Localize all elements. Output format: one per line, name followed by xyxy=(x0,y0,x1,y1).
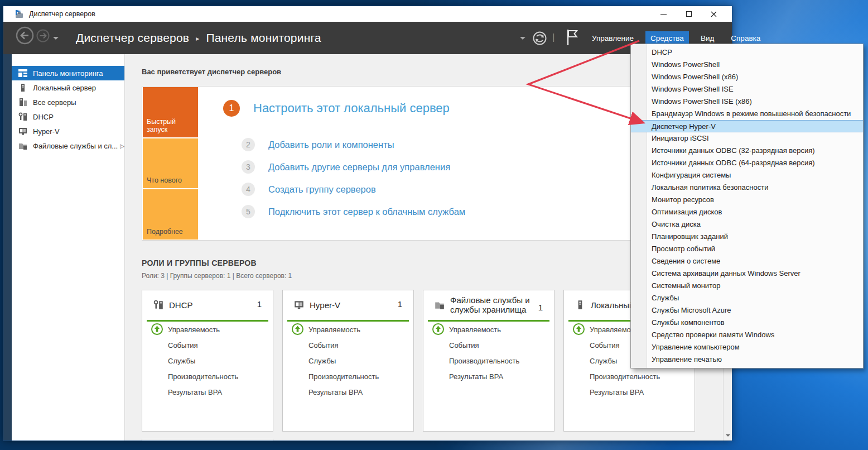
maximize-button[interactable] xyxy=(676,6,701,22)
local-server-icon xyxy=(17,83,28,93)
tools-item-hyperv-manager[interactable]: Диспетчер Hyper-V xyxy=(631,120,863,132)
tools-item-component-services[interactable]: Службы компонентов xyxy=(631,317,863,329)
tools-item-iscsi[interactable]: Инициатор iSCSI xyxy=(631,132,863,145)
card-row-events[interactable]: События xyxy=(449,339,479,351)
manageability-up-icon[interactable] xyxy=(432,323,445,336)
tools-item-powershell-ise-x86[interactable]: Windows PowerShell ISE (x86) xyxy=(631,95,863,108)
card-server-count: 1 xyxy=(398,299,402,309)
tools-item-print-management[interactable]: Управление печатью xyxy=(631,353,863,366)
breadcrumb-root[interactable]: Диспетчер серверов xyxy=(76,31,189,45)
card-row-performance[interactable]: Производительность xyxy=(168,371,238,382)
card-row-bpa[interactable]: Результаты BPA xyxy=(308,386,363,398)
tools-item-powershell-ise[interactable]: Windows PowerShell ISE xyxy=(631,83,863,95)
card-row-bpa[interactable]: Результаты BPA xyxy=(590,386,644,398)
tools-item-resource-monitor[interactable]: Монитор ресурсов xyxy=(631,194,863,206)
card-header[interactable]: Файловые службы и службы хранилища 1 xyxy=(423,290,554,319)
sidebar-item-local-server[interactable]: Локальный сервер xyxy=(12,80,124,95)
tab-learn-more[interactable]: Подробнее xyxy=(143,189,198,240)
welcome-heading: Вас приветствует диспетчер серверов xyxy=(142,68,281,76)
card-row-events[interactable]: События xyxy=(168,339,198,351)
tools-item-dhcp[interactable]: DHCP xyxy=(631,46,863,59)
tools-item-defrag[interactable]: Оптимизация дисков xyxy=(631,206,863,218)
tools-item-memory-diagnostic[interactable]: Средство проверки памяти Windows xyxy=(631,329,863,341)
tools-item-msconfig[interactable]: Конфигурация системы xyxy=(631,169,863,181)
step-create-group[interactable]: 4 Создать группу серверов xyxy=(242,183,376,196)
server-manager-window: Диспетчер серверов xyxy=(3,6,732,441)
card-row-performance[interactable]: Производительность xyxy=(449,355,519,366)
card-row-bpa[interactable]: Результаты BPA xyxy=(449,371,503,382)
sidebar-item-label: Hyper-V xyxy=(33,127,60,136)
step-add-roles[interactable]: 2 Добавить роли и компоненты xyxy=(242,138,394,151)
tools-item-services[interactable]: Службы xyxy=(631,292,863,304)
close-button[interactable] xyxy=(701,6,726,22)
card-header[interactable]: DHCP 1 xyxy=(142,290,273,319)
tools-item-perf-monitor[interactable]: Системный монитор xyxy=(631,280,863,292)
tools-item-odbc32[interactable]: Источники данных ODBC (32-разрядная верс… xyxy=(631,145,863,157)
tools-item-powershell-x86[interactable]: Windows PowerShell (x86) xyxy=(631,71,863,83)
breadcrumb: Диспетчер серверов ▸ Панель мониторинга xyxy=(76,22,321,54)
card-row-events[interactable]: События xyxy=(590,339,620,351)
refresh-button[interactable] xyxy=(532,31,547,46)
card-row-manageability[interactable]: Управляемость xyxy=(308,324,360,335)
card-row-manageability[interactable]: Управляемость xyxy=(449,324,501,335)
tools-item-local-security-policy[interactable]: Локальная политика безопасности xyxy=(631,181,863,194)
manageability-up-icon[interactable] xyxy=(572,323,585,336)
history-dropdown-icon[interactable] xyxy=(53,37,59,40)
hyperv-icon xyxy=(293,299,305,310)
step-add-servers[interactable]: 3 Добавить другие серверы для управления xyxy=(242,160,450,174)
card-row-events[interactable]: События xyxy=(308,339,339,351)
manageability-up-icon[interactable] xyxy=(151,323,163,336)
minimize-button[interactable] xyxy=(651,6,676,22)
tools-item-computer-management[interactable]: Управление компьютером xyxy=(631,341,863,353)
tab-whats-new[interactable]: Что нового xyxy=(143,138,198,189)
dhcp-icon xyxy=(152,299,165,310)
file-services-icon xyxy=(433,299,446,310)
card-row-performance[interactable]: Производительность xyxy=(590,371,660,382)
card-header[interactable]: Hyper-V 1 xyxy=(283,290,413,319)
tools-item-firewall[interactable]: Брандмауэр Windows в режиме повышенной б… xyxy=(631,108,863,120)
sidebar-item-hyperv[interactable]: Hyper-V xyxy=(12,124,124,138)
step-connect-cloud[interactable]: 5 Подключить этот сервер к облачным служ… xyxy=(242,205,465,218)
sidebar-item-dhcp[interactable]: DHCP xyxy=(12,109,124,124)
sidebar-item-label: Локальный сервер xyxy=(33,84,96,92)
step-number: 5 xyxy=(242,205,255,218)
card-row-performance[interactable]: Производительность xyxy=(308,371,379,382)
role-card-partial[interactable] xyxy=(142,439,273,441)
tools-item-system-info[interactable]: Сведения о системе xyxy=(631,255,863,267)
card-row-manageability[interactable]: Управляемость xyxy=(168,324,220,335)
sidebar-item-dashboard[interactable]: Панель мониторинга xyxy=(12,66,124,80)
tools-item-azure-services[interactable]: Службы Microsoft Azure xyxy=(631,304,863,317)
titlebar: Диспетчер серверов xyxy=(3,6,732,22)
forward-button[interactable] xyxy=(36,29,50,42)
manageability-up-icon[interactable] xyxy=(291,323,304,336)
back-button[interactable] xyxy=(16,26,34,45)
card-title: Hyper-V xyxy=(310,300,340,310)
card-server-count: 1 xyxy=(257,299,262,309)
step-label: Создать группу серверов xyxy=(268,184,376,195)
tab-label: Быстрый запуск xyxy=(147,118,198,133)
card-row-services[interactable]: Службы xyxy=(168,355,195,366)
tools-item-powershell[interactable]: Windows PowerShell xyxy=(631,59,863,71)
menu-help[interactable]: Справка xyxy=(726,31,765,45)
card-row-services[interactable]: Службы xyxy=(590,355,617,366)
tab-quick-start[interactable]: Быстрый запуск xyxy=(143,87,198,137)
tools-item-odbc64[interactable]: Источники данных ODBC (64-разрядная верс… xyxy=(631,157,863,169)
sidebar-item-all-servers[interactable]: Все серверы xyxy=(12,95,124,109)
tools-item-disk-cleanup[interactable]: Очистка диска xyxy=(631,218,863,231)
expander-icon[interactable]: ▷ xyxy=(120,143,124,149)
card-row-bpa[interactable]: Результаты BPA xyxy=(168,386,222,398)
sidebar-item-label: Все серверы xyxy=(33,98,76,107)
menu-tools[interactable]: Средства xyxy=(645,31,689,45)
tools-item-event-viewer[interactable]: Просмотр событий xyxy=(631,243,863,255)
menu-manage[interactable]: Управление xyxy=(587,31,639,45)
notifications-flag-icon[interactable] xyxy=(565,28,580,46)
tools-item-backup[interactable]: Система архивации данных Windows Server xyxy=(631,267,863,280)
sidebar-item-file-services[interactable]: Файловые службы и сл... ▷ xyxy=(12,138,124,153)
scope-dropdown-icon[interactable] xyxy=(520,37,525,40)
card-row-services[interactable]: Службы xyxy=(308,355,336,366)
menu-view[interactable]: Вид xyxy=(696,31,719,45)
step-configure-local-server[interactable]: 1 Настроить этот локальный сервер xyxy=(223,100,450,117)
tools-item-task-scheduler[interactable]: Планировщик заданий xyxy=(631,231,863,243)
scroll-down-button[interactable] xyxy=(724,431,732,439)
step-label: Настроить этот локальный сервер xyxy=(253,101,450,116)
